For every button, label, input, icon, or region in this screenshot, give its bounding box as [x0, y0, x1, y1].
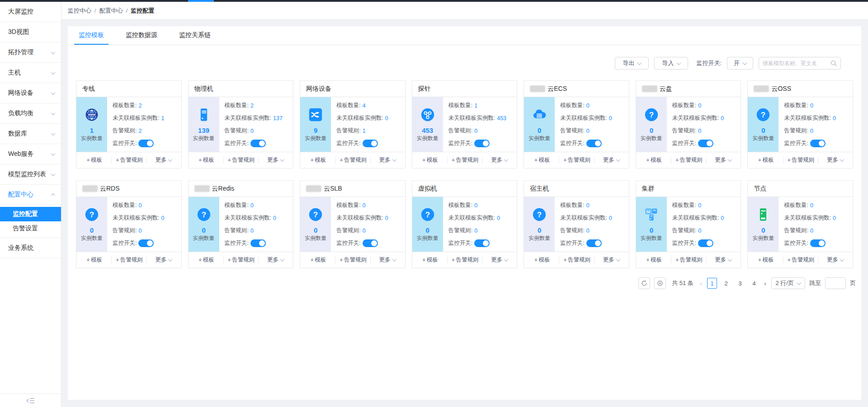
add-alert-rule-button[interactable]: ＋告警规则	[559, 152, 594, 168]
monitor-switch-toggle[interactable]	[138, 239, 154, 247]
more-button[interactable]: 更多	[594, 252, 629, 268]
monitor-switch-toggle[interactable]	[698, 140, 713, 147]
more-button[interactable]: 更多	[146, 252, 181, 268]
monitor-switch-toggle[interactable]	[586, 140, 602, 147]
breadcrumb-item[interactable]: 配置中心	[99, 7, 123, 15]
add-alert-rule-button[interactable]: ＋告警规则	[111, 152, 146, 168]
sidebar-item[interactable]: 拓扑管理	[0, 42, 61, 63]
page-number-button[interactable]: 4	[749, 278, 759, 289]
add-template-button[interactable]: ＋模板	[524, 252, 559, 268]
sidebar-item[interactable]: 网络设备	[0, 83, 61, 103]
breadcrumb-item[interactable]: 监控配置	[131, 7, 154, 15]
monitor-switch-toggle[interactable]	[810, 140, 826, 147]
sidebar-item[interactable]: 3D视图	[0, 22, 61, 42]
sidebar-item[interactable]: 模型监控列表	[0, 164, 61, 185]
more-button[interactable]: 更多	[482, 252, 517, 268]
sidebar-item[interactable]: 负载均衡	[0, 103, 61, 124]
breadcrumb-item[interactable]: 监控中心	[68, 7, 91, 15]
add-alert-rule-button[interactable]: ＋告警规则	[559, 252, 594, 268]
export-button[interactable]: 导出	[615, 57, 649, 70]
unlinked-template-instances-value: 0	[721, 115, 724, 122]
collapse-sidebar-icon[interactable]	[26, 398, 35, 404]
sidebar-subitem[interactable]: 告警设置	[0, 221, 61, 236]
add-alert-rule-button[interactable]: ＋告警规则	[783, 152, 818, 168]
prev-page-button[interactable]: ‹	[699, 280, 703, 287]
jump-page-input[interactable]	[825, 277, 846, 289]
add-alert-rule-button[interactable]: ＋告警规则	[335, 152, 370, 168]
page-number-button[interactable]: 1	[707, 278, 717, 289]
page-number-button[interactable]: 3	[735, 278, 745, 289]
more-button[interactable]: 更多	[146, 152, 181, 168]
monitor-switch-toggle[interactable]	[250, 239, 266, 247]
page-number-button[interactable]: 2	[721, 278, 731, 289]
add-template-button[interactable]: ＋模板	[300, 152, 335, 168]
monitor-switch-toggle[interactable]	[363, 140, 378, 147]
add-template-button[interactable]: ＋模板	[748, 152, 783, 168]
tab-item[interactable]: 监控关系链	[175, 26, 215, 45]
next-page-button[interactable]: ›	[763, 280, 767, 287]
more-button[interactable]: 更多	[482, 152, 517, 168]
sidebar-item[interactable]: 配置中心	[0, 185, 61, 205]
add-alert-rule-button[interactable]: ＋告警规则	[335, 252, 370, 268]
monitor-switch-toggle[interactable]	[474, 140, 490, 147]
pagination: 共 51 条 ‹ 1234 › 2 行/页 跳至 页	[68, 277, 856, 289]
add-alert-rule-button[interactable]: ＋告警规则	[447, 152, 482, 168]
page-size-select[interactable]: 2 行/页	[771, 277, 805, 289]
add-alert-rule-button[interactable]: ＋告警规则	[783, 252, 818, 268]
alert-rules-count-value: 0	[138, 228, 142, 234]
search-icon[interactable]	[830, 60, 837, 66]
add-alert-rule-button[interactable]: ＋告警规则	[111, 252, 146, 268]
add-alert-rule-button[interactable]: ＋告警规则	[223, 152, 258, 168]
template-count-field: 模板数量:2	[113, 102, 179, 109]
add-template-button[interactable]: ＋模板	[76, 252, 111, 268]
add-template-button[interactable]: ＋模板	[524, 152, 559, 168]
locate-button[interactable]	[654, 277, 666, 289]
add-template-button[interactable]: ＋模板	[300, 252, 335, 268]
add-alert-rule-button[interactable]: ＋告警规则	[447, 252, 482, 268]
instance-count-value: 0	[90, 226, 94, 234]
add-alert-rule-button[interactable]: ＋告警规则	[223, 252, 258, 268]
refresh-button[interactable]	[638, 277, 650, 289]
instance-area: ?0实例数量	[76, 197, 107, 252]
import-button[interactable]: 导入	[654, 57, 688, 70]
svg-text:?: ?	[201, 211, 206, 219]
more-button[interactable]: 更多	[818, 252, 853, 268]
add-template-button[interactable]: ＋模板	[748, 252, 783, 268]
more-button[interactable]: 更多	[706, 252, 741, 268]
unlinked-template-instances-value: 0	[609, 215, 612, 221]
monitor-switch-toggle[interactable]	[474, 239, 490, 247]
more-button[interactable]: 更多	[370, 152, 405, 168]
more-button[interactable]: 更多	[258, 152, 293, 168]
more-button[interactable]: 更多	[370, 252, 405, 268]
tab-item[interactable]: 监控数据源	[121, 26, 162, 45]
sidebar-item[interactable]: 主机	[0, 63, 61, 83]
add-alert-rule-button[interactable]: ＋告警规则	[671, 152, 706, 168]
more-button[interactable]: 更多	[818, 152, 853, 168]
sidebar-item[interactable]: 业务系统	[0, 238, 61, 258]
more-button[interactable]: 更多	[706, 152, 741, 168]
monitor-switch-toggle[interactable]	[363, 239, 378, 247]
search-input[interactable]	[763, 60, 830, 66]
monitor-switch-filter-select[interactable]: 开	[727, 57, 753, 70]
sidebar-subitem[interactable]: 监控配置	[0, 207, 61, 221]
monitor-switch-toggle[interactable]	[138, 140, 154, 147]
add-template-button[interactable]: ＋模板	[636, 252, 671, 268]
sidebar-item[interactable]: 数据库	[0, 124, 61, 144]
more-button-label: 更多	[827, 156, 838, 164]
monitor-switch-toggle[interactable]	[698, 239, 713, 247]
monitor-switch-toggle[interactable]	[586, 239, 602, 247]
more-button[interactable]: 更多	[594, 152, 629, 168]
add-template-button[interactable]: ＋模板	[412, 252, 447, 268]
add-template-button[interactable]: ＋模板	[636, 152, 671, 168]
sidebar-item[interactable]: 大屏监控	[0, 2, 61, 22]
tab-active[interactable]: 监控模板	[74, 26, 108, 45]
add-template-button[interactable]: ＋模板	[189, 252, 223, 268]
add-template-button[interactable]: ＋模板	[76, 152, 111, 168]
add-template-button[interactable]: ＋模板	[412, 152, 447, 168]
add-alert-rule-button[interactable]: ＋告警规则	[671, 252, 706, 268]
monitor-switch-toggle[interactable]	[810, 239, 826, 247]
add-template-button[interactable]: ＋模板	[189, 152, 223, 168]
more-button[interactable]: 更多	[258, 252, 293, 268]
sidebar-item[interactable]: Web服务	[0, 144, 61, 164]
monitor-switch-toggle[interactable]	[250, 140, 266, 147]
